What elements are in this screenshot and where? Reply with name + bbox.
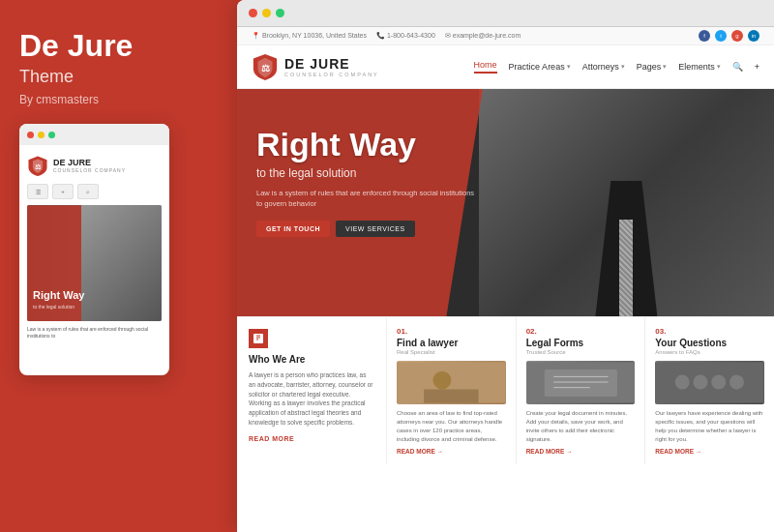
mobile-mockup: ⚖ DE JURE COUNSELOR COMPANY ☰ + ⌕ Right …: [19, 124, 169, 375]
hero-person-shape: [479, 89, 774, 316]
site-logo: ⚖ DE JURE COUNSELOR COMPANY: [252, 53, 379, 80]
mobile-logo-text: DE JURE: [53, 159, 126, 167]
feature-cards: 01. Find a lawyer Real Specialist Choose…: [387, 317, 774, 464]
site-logo-shield-icon: ⚖: [252, 53, 279, 80]
site-nav: ⚖ DE JURE COUNSELOR COMPANY Home Practic…: [237, 45, 774, 89]
social-linkedin-icon[interactable]: in: [748, 30, 759, 42]
feature-image-svg-3: [655, 361, 764, 404]
site-phone: 📞 1-800-643-4300: [376, 32, 435, 40]
book-icon: [253, 333, 264, 344]
mobile-dot-red: [27, 132, 34, 138]
feature-cards-row: 01. Find a lawyer Real Specialist Choose…: [387, 317, 774, 464]
nav-link-home[interactable]: Home: [474, 60, 497, 74]
chevron-down-icon: ▾: [717, 63, 721, 71]
who-we-are-read-more[interactable]: READ MORE: [249, 435, 374, 442]
site-nav-links: Home Practice Areas ▾ Attorneys ▾ Pages …: [474, 60, 759, 74]
social-facebook-icon[interactable]: f: [699, 30, 710, 42]
nav-link-practice[interactable]: Practice Areas ▾: [509, 62, 571, 72]
feature-desc-2: Create your legal document in minutes. A…: [526, 409, 636, 444]
feature-number-2: 02.: [526, 327, 636, 336]
hero-content: Right Way to the legal solution Law is a…: [256, 128, 479, 237]
nav-link-attorneys[interactable]: Attorneys ▾: [582, 62, 625, 72]
mobile-nav-bar: ☰ + ⌕: [27, 184, 162, 199]
mobile-dot-green: [48, 132, 55, 138]
feature-image-svg-1: [397, 361, 506, 404]
feature-card-1: 01. Find a lawyer Real Specialist Choose…: [387, 317, 517, 464]
feature-number-3: 03.: [655, 327, 764, 336]
feature-title-1: Find a lawyer: [397, 338, 506, 348]
get-in-touch-button[interactable]: GET IN TOUCH: [256, 221, 330, 237]
svg-text:⚖: ⚖: [35, 163, 42, 171]
who-we-are-body: A lawyer is a person who practices law, …: [249, 370, 374, 428]
svg-rect-14: [655, 362, 764, 402]
mobile-logo-row: ⚖ DE JURE COUNSELOR COMPANY: [27, 155, 162, 176]
hero-subtitle: to the legal solution: [256, 166, 479, 180]
nav-plus-icon[interactable]: +: [755, 62, 759, 72]
theme-by: By cmsmasters: [19, 93, 218, 106]
mobile-top-bar: [19, 124, 169, 145]
site-address: 📍 Brooklyn, NY 10036, United States: [252, 32, 367, 40]
hero-buttons: GET IN TOUCH VIEW SERVICES: [256, 221, 479, 237]
social-google-icon[interactable]: g: [731, 30, 743, 42]
site-logo-main: DE JURE: [284, 56, 379, 72]
mobile-hero: Right Way to the legal solution: [27, 205, 162, 321]
mobile-search-icon: ⌕: [77, 184, 99, 199]
feature-badge-1: Real Specialist: [397, 349, 506, 355]
mobile-logo-sub: COUNSELOR COMPANY: [53, 167, 126, 173]
site-header-left: 📍 Brooklyn, NY 10036, United States 📞 1-…: [252, 32, 521, 40]
feature-badge-2: Trusted Source: [526, 349, 636, 355]
svg-point-7: [433, 371, 452, 390]
mobile-hero-title: Right Way: [33, 289, 84, 302]
feature-title-2: Legal Forms: [526, 338, 636, 348]
feature-badge-3: Answers to FAQs: [655, 349, 764, 355]
chevron-down-icon: ▾: [621, 63, 625, 71]
feature-card-2: 02. Legal Forms Trusted Source Create yo…: [517, 317, 646, 464]
theme-title: De Jure: [19, 29, 218, 63]
mobile-dot-yellow: [38, 132, 45, 138]
feature-image-3: [655, 361, 764, 404]
svg-text:⚖: ⚖: [261, 63, 270, 74]
who-we-are-heading: Who We Are: [249, 354, 374, 365]
hero-description: Law is a system of rules that are enforc…: [256, 188, 479, 210]
feature-desc-1: Choose an area of law to find top-rated …: [397, 409, 506, 444]
hero-person: [479, 89, 774, 316]
svg-point-18: [729, 375, 744, 390]
mobile-hero-subtitle: to the legal solution: [33, 304, 74, 310]
left-panel: De Jure Theme By cmsmasters ⚖ DE JURE CO…: [0, 0, 237, 532]
nav-link-pages[interactable]: Pages ▾: [637, 62, 668, 72]
browser-top-bar: [237, 0, 774, 27]
chevron-down-icon: ▾: [567, 63, 571, 71]
view-services-button[interactable]: VIEW SERVICES: [336, 221, 415, 237]
feature-read-more-2[interactable]: READ MORE →: [526, 448, 636, 455]
theme-subtitle: Theme: [19, 67, 218, 87]
feature-desc-3: Our lawyers have experience dealing with…: [655, 409, 764, 444]
features-section: Who We Are A lawyer is a person who prac…: [237, 316, 774, 464]
feature-image-svg-2: [526, 361, 636, 404]
who-we-are-panel: Who We Are A lawyer is a person who prac…: [237, 317, 387, 464]
browser-dot-green: [276, 9, 284, 17]
mobile-logo-icon: ⚖: [27, 155, 48, 176]
chevron-down-icon: ▾: [663, 63, 667, 71]
svg-rect-10: [544, 369, 616, 397]
who-we-are-icon: [249, 329, 268, 348]
hero-title: Right Way: [256, 128, 479, 163]
site-top-bar: 📍 Brooklyn, NY 10036, United States 📞 1-…: [237, 27, 774, 45]
mobile-hero-bg: [81, 205, 162, 321]
site-header-right: f t g in: [699, 30, 759, 42]
social-twitter-icon[interactable]: t: [715, 30, 727, 42]
feature-read-more-1[interactable]: READ MORE →: [397, 448, 506, 455]
mobile-add-icon: +: [52, 184, 74, 199]
feature-title-3: Your Questions: [655, 338, 764, 348]
browser-dot-red: [249, 9, 257, 17]
site-hero: Right Way to the legal solution Law is a…: [237, 89, 774, 316]
mobile-content: ⚖ DE JURE COUNSELOR COMPANY ☰ + ⌕ Right …: [19, 145, 169, 340]
browser-mockup: 📍 Brooklyn, NY 10036, United States 📞 1-…: [237, 0, 774, 532]
svg-rect-8: [424, 390, 478, 403]
svg-point-16: [694, 375, 708, 390]
feature-number-1: 01.: [397, 327, 506, 336]
nav-link-elements[interactable]: Elements ▾: [678, 62, 721, 72]
site-logo-text-block: DE JURE COUNSELOR COMPANY: [284, 56, 379, 77]
feature-read-more-3[interactable]: READ MORE →: [655, 448, 764, 455]
nav-search-icon[interactable]: 🔍: [732, 62, 743, 72]
mobile-hamburger-icon: ☰: [27, 184, 48, 199]
